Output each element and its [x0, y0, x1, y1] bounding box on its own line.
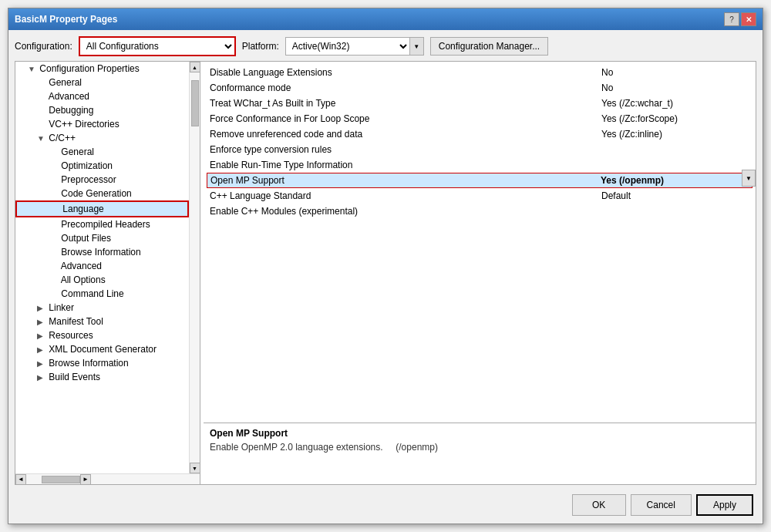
config-manager-button[interactable]: Configuration Manager...: [430, 37, 548, 56]
tree-item-label: Build Events: [49, 372, 100, 382]
manifest-expand-icon[interactable]: ▶: [37, 318, 46, 326]
v-scroll-up-btn[interactable]: ▲: [190, 62, 200, 72]
prop-row-enforce-type-conv[interactable]: Enforce type conversion rules: [207, 142, 752, 157]
v-scroll-down-btn[interactable]: ▼: [190, 463, 200, 473]
tree-item-resources[interactable]: ▶ Resources: [15, 328, 189, 342]
tree-item-code-generation[interactable]: Code Generation: [15, 187, 189, 200]
expand-spacer: [49, 276, 59, 285]
prop-row-remove-unref[interactable]: Remove unreferenced code and data Yes (/…: [207, 126, 752, 142]
tree-item-label: Linker: [49, 302, 74, 313]
root-expand-icon[interactable]: ▼: [28, 65, 37, 73]
tree-item-preprocessor[interactable]: Preprocessor: [15, 173, 189, 187]
tree-item-command-line[interactable]: Command Line: [15, 287, 189, 301]
properties-table: Disable Language Extensions No Conforman…: [204, 62, 756, 423]
info-desc-text: Enable OpenMP 2.0 language extensions.: [210, 442, 383, 453]
prop-row-conformance-mode[interactable]: Conformance mode No: [207, 80, 752, 96]
prop-value: [598, 210, 752, 212]
tree-item-language[interactable]: Language: [15, 200, 189, 217]
tree-item-all-options[interactable]: All Options: [15, 273, 189, 287]
platform-dropdown-container: Active(Win32) x64 ▼: [285, 37, 424, 56]
left-panel-inner: ▼ Configuration Properties General Advan…: [15, 62, 200, 473]
tree-item-output-files[interactable]: Output Files: [15, 231, 189, 245]
close-button[interactable]: ✕: [741, 12, 756, 26]
expand-spacer: [49, 190, 59, 198]
tree-root[interactable]: ▼ Configuration Properties: [15, 62, 189, 76]
expand-spacer: [49, 162, 59, 170]
tree-v-scrollbar[interactable]: ▲ ▼: [189, 62, 200, 473]
platform-dropdown[interactable]: Active(Win32) x64: [286, 38, 409, 55]
cancel-button[interactable]: Cancel: [631, 494, 692, 516]
ok-button[interactable]: OK: [572, 494, 626, 516]
h-scroll-left-btn[interactable]: ◄: [15, 474, 26, 485]
prop-name: Disable Language Extensions: [207, 66, 598, 79]
linker-expand-icon[interactable]: ▶: [37, 304, 46, 312]
title-bar: BasicM Property Pages ? ✕: [8, 8, 763, 30]
right-panel: Disable Language Extensions No Conforman…: [204, 62, 756, 484]
expand-spacer: [49, 248, 59, 257]
browse-expand-icon[interactable]: ▶: [37, 359, 46, 368]
expand-spacer: [49, 262, 59, 271]
dialog-body: Configuration: All Configurations Debug …: [8, 30, 763, 524]
tree-content: ▼ Configuration Properties General Advan…: [15, 62, 189, 473]
dialog-title: BasicM Property Pages: [15, 14, 117, 25]
expand-spacer: [51, 205, 60, 214]
tree-item-label: XML Document Generator: [49, 344, 157, 355]
help-button[interactable]: ?: [724, 12, 739, 26]
tree-item-general-1[interactable]: General: [15, 76, 189, 89]
cpp-expand-icon[interactable]: ▼: [37, 134, 46, 143]
info-description: Enable OpenMP 2.0 language extensions. (…: [210, 442, 749, 453]
tree-item-linker[interactable]: ▶ Linker: [15, 301, 189, 315]
prop-row-cpp-modules[interactable]: Enable C++ Modules (experimental): [207, 204, 752, 219]
tree-item-label: Command Line: [61, 288, 123, 299]
tree-item-browse-info-1[interactable]: ▶ Browse Information: [15, 356, 189, 370]
tree-item-advanced-1[interactable]: Advanced: [15, 89, 189, 103]
prop-row-wchar[interactable]: Treat WChar_t As Built in Type Yes (/Zc:…: [207, 96, 752, 111]
prop-row-force-conform[interactable]: Force Conformance in For Loop Scope Yes …: [207, 111, 752, 126]
tree-item-browse-info-2[interactable]: Browse Information: [15, 245, 189, 259]
tree-item-precompiled-headers[interactable]: Precompiled Headers: [15, 217, 189, 231]
tree-item-advanced-2[interactable]: Advanced: [15, 259, 189, 273]
prop-row-disable-lang-ext[interactable]: Disable Language Extensions No: [207, 65, 752, 80]
info-flag: (/openmp): [396, 442, 438, 453]
expand-spacer: [37, 93, 46, 101]
xml-expand-icon[interactable]: ▶: [37, 345, 46, 354]
tree-item-vc-directories[interactable]: VC++ Directories: [15, 117, 189, 131]
apply-button[interactable]: Apply: [696, 494, 753, 516]
prop-value: Default: [598, 190, 752, 202]
prop-row-openmp[interactable]: Open MP Support Yes (/openmp): [207, 173, 752, 188]
config-dropdown-container: All Configurations Debug Release: [79, 36, 236, 56]
tree-item-label: Language: [62, 204, 103, 214]
config-label: Configuration:: [15, 41, 72, 52]
tree-root-label: Configuration Properties: [39, 63, 139, 74]
expand-spacer: [49, 290, 59, 298]
prop-value: [598, 164, 752, 166]
prop-value-dropdown-btn[interactable]: ▼: [742, 170, 756, 187]
prop-name: C++ Language Standard: [207, 190, 598, 202]
tree-item-general-2[interactable]: General: [15, 145, 189, 159]
prop-value: Yes (/Zc:forScope): [598, 113, 752, 125]
platform-dropdown-arrow[interactable]: ▼: [409, 38, 423, 55]
prop-value: Yes (/Zc:wchar_t): [598, 97, 752, 109]
config-dropdown[interactable]: All Configurations Debug Release: [80, 38, 234, 55]
tree-item-build-events[interactable]: ▶ Build Events: [15, 370, 189, 384]
h-scroll-thumb[interactable]: [42, 476, 80, 483]
tree-item-manifest-tool[interactable]: ▶ Manifest Tool: [15, 315, 189, 328]
tree-h-scrollbar[interactable]: ◄ ►: [15, 473, 200, 484]
tree-item-xml-doc-generator[interactable]: ▶ XML Document Generator: [15, 342, 189, 356]
tree-item-label: Advanced: [61, 261, 102, 271]
tree-item-optimization[interactable]: Optimization: [15, 159, 189, 173]
v-scroll-thumb[interactable]: [191, 80, 199, 126]
prop-value: [598, 149, 752, 150]
prop-row-runtime-type-info[interactable]: Enable Run-Time Type Information: [207, 157, 752, 173]
h-scroll-right-btn[interactable]: ►: [80, 474, 91, 485]
prop-name: Treat WChar_t As Built in Type: [207, 97, 598, 109]
tree-item-debugging[interactable]: Debugging: [15, 103, 189, 117]
prop-name: Conformance mode: [207, 82, 598, 94]
prop-value-openmp: Yes (/openmp): [598, 174, 752, 187]
prop-row-cpp-standard[interactable]: C++ Language Standard Default: [207, 188, 752, 204]
tree-item-label: Browse Information: [49, 358, 128, 369]
resources-expand-icon[interactable]: ▶: [37, 332, 46, 340]
left-panel-wrapper: ▼ Configuration Properties General Advan…: [15, 62, 200, 484]
tree-item-cpp[interactable]: ▼ C/C++: [15, 131, 189, 145]
build-expand-icon[interactable]: ▶: [37, 373, 46, 382]
